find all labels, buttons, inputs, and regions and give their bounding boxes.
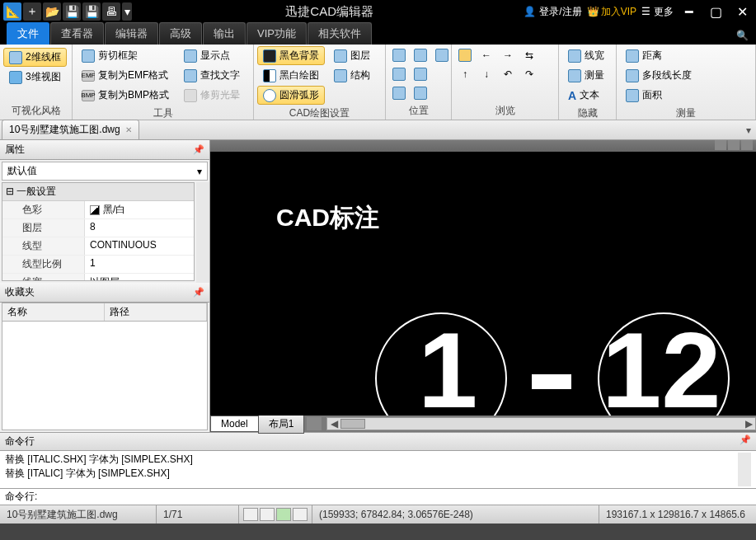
btn-3d-view[interactable]: 3维视图 xyxy=(3,68,67,87)
btn-lineweight[interactable]: 线宽 xyxy=(562,46,610,65)
btn-layers[interactable]: 图层 xyxy=(328,46,376,65)
tab-file[interactable]: 文件 xyxy=(7,22,49,45)
qat-dropdown-icon[interactable]: ▾ xyxy=(122,2,132,21)
pos-icon xyxy=(392,87,406,100)
properties-scrollbar[interactable] xyxy=(196,182,209,283)
saveas-icon[interactable]: 💾 xyxy=(82,2,101,21)
canvas-tab-model[interactable]: Model xyxy=(210,416,259,432)
canvas-number-12: 12 xyxy=(602,317,721,416)
mode-btn-2[interactable] xyxy=(260,508,275,521)
command-input[interactable] xyxy=(37,491,751,503)
quick-access-toolbar: 📐 ＋ 📂 💾 💾 🖶 ▾ xyxy=(0,2,135,21)
more-button[interactable]: ☰更多 xyxy=(641,5,674,19)
btn-smooth-arc[interactable]: 圆滑弧形 xyxy=(257,86,325,105)
canvas-max-icon[interactable] xyxy=(728,140,740,150)
nav-btn-6[interactable]: ↓ xyxy=(477,65,496,83)
btn-trim-halo[interactable]: 修剪光晕 xyxy=(178,86,246,105)
cmd-scrollbar[interactable] xyxy=(738,453,751,486)
btn-show-points[interactable]: 显示点 xyxy=(178,46,246,65)
prop-section-general[interactable]: ⊟ 一般设置 xyxy=(2,183,194,201)
canvas-h-scrollbar[interactable]: ◀▶ xyxy=(326,417,756,430)
properties-default-dropdown[interactable]: 默认值▾ xyxy=(2,162,208,181)
btn-copy-emf[interactable]: EMF复制为EMF格式 xyxy=(76,66,175,85)
bmp-icon: BMP xyxy=(82,90,95,101)
nav-btn-1[interactable] xyxy=(455,46,475,64)
property-row[interactable]: 线型CONTINUOUS xyxy=(2,237,194,256)
pos-icon xyxy=(414,49,427,62)
close-button[interactable]: ✕ xyxy=(731,2,753,21)
property-row[interactable]: 线宽以图层 xyxy=(2,274,194,281)
vip-button[interactable]: 👑加入VIP xyxy=(587,5,636,19)
pos-btn-3[interactable] xyxy=(432,46,452,64)
btn-bw-draw[interactable]: 黑白绘图 xyxy=(257,66,325,85)
canvas-annotation: CAD标注 xyxy=(276,201,379,235)
canvas-tab-layout1[interactable]: 布局1 xyxy=(258,415,305,434)
pos-btn-7[interactable] xyxy=(411,84,430,102)
favorites-list[interactable] xyxy=(2,321,208,430)
mode-btn-1[interactable] xyxy=(243,508,258,521)
tab-advanced[interactable]: 高级 xyxy=(159,22,202,45)
arc-icon xyxy=(263,89,276,102)
mode-btn-4[interactable] xyxy=(293,508,308,521)
btn-measure-h[interactable]: 测量 xyxy=(562,66,610,85)
nav-btn-7[interactable]: ↶ xyxy=(498,65,518,83)
save-icon[interactable]: 💾 xyxy=(63,2,81,21)
btn-2d-wireframe[interactable]: 2维线框 xyxy=(3,48,67,67)
 xyxy=(532,374,571,389)
pos-btn-1[interactable] xyxy=(389,46,409,64)
group-label-visual: 可视化风格 xyxy=(3,102,68,120)
nav-btn-5[interactable]: ↑ xyxy=(455,65,475,83)
minimize-button[interactable]: ━ xyxy=(679,2,700,21)
search-icon[interactable]: 🔍 xyxy=(736,30,751,45)
print-icon[interactable]: 🖶 xyxy=(102,2,120,21)
btn-clip-frame[interactable]: 剪切框架 xyxy=(76,46,175,65)
btn-distance[interactable]: 距离 xyxy=(620,46,697,65)
tab-viewer[interactable]: 查看器 xyxy=(50,22,104,45)
pin-icon[interactable]: 📌 xyxy=(193,287,204,298)
tab-related[interactable]: 相关软件 xyxy=(308,22,372,45)
nav-btn-2[interactable]: ← xyxy=(477,46,496,64)
pin-icon[interactable]: 📌 xyxy=(193,144,204,155)
clip-icon xyxy=(82,49,95,63)
new-icon[interactable]: ＋ xyxy=(23,2,41,21)
pos-btn-6[interactable] xyxy=(389,84,409,102)
btn-copy-bmp[interactable]: BMP复制为BMP格式 xyxy=(76,86,175,105)
doc-tab-close-icon[interactable]: ✕ xyxy=(125,125,132,134)
pin-icon[interactable]: 📌 xyxy=(740,434,751,448)
tab-output[interactable]: 输出 xyxy=(203,22,246,45)
btn-area[interactable]: 面积 xyxy=(620,86,697,105)
hand-icon xyxy=(458,49,472,62)
property-row[interactable]: 色彩黑/白 xyxy=(2,201,194,219)
tab-editor[interactable]: 编辑器 xyxy=(105,22,158,45)
command-log[interactable]: 替换 [ITALIC.SHX] 字体为 [SIMPLEX.SHX]替换 [ITA… xyxy=(0,451,756,489)
pos-btn-4[interactable] xyxy=(389,65,409,83)
btn-polyline-length[interactable]: 多段线长度 xyxy=(620,66,697,85)
mode-btn-3[interactable] xyxy=(276,508,291,521)
app-title: 迅捷CAD编辑器 xyxy=(135,4,524,20)
login-button[interactable]: 👤登录/注册 xyxy=(524,5,581,19)
canvas-min-icon[interactable] xyxy=(715,140,726,150)
pos-btn-5[interactable] xyxy=(411,65,430,83)
find-icon xyxy=(184,69,197,82)
btn-structure[interactable]: 结构 xyxy=(328,66,376,85)
doc-tabs-dropdown-icon[interactable]: ▾ xyxy=(741,124,756,136)
properties-table[interactable]: ⊟ 一般设置 色彩黑/白图层8线型CONTINUOUS线型比例1线宽以图层 xyxy=(2,182,195,281)
btn-black-bg[interactable]: 黑色背景 xyxy=(257,46,325,65)
btn-find-text[interactable]: 查找文字 xyxy=(178,66,246,85)
pos-btn-2[interactable] xyxy=(411,46,430,64)
open-icon[interactable]: 📂 xyxy=(43,2,61,21)
property-row[interactable]: 线型比例1 xyxy=(2,256,194,274)
property-row[interactable]: 图层8 xyxy=(2,219,194,237)
nav-btn-3[interactable]: → xyxy=(498,46,518,64)
canvas-close-icon[interactable] xyxy=(741,140,753,150)
wireframe-icon xyxy=(9,51,22,64)
nav-btn-8[interactable]: ↷ xyxy=(519,65,539,83)
tab-vip[interactable]: VIP功能 xyxy=(247,22,307,45)
btn-text-h[interactable]: A文本 xyxy=(562,86,610,105)
app-logo-icon[interactable]: 📐 xyxy=(3,2,21,21)
canvas-tab-dropdown-icon[interactable] xyxy=(307,417,322,430)
drawing-canvas[interactable]: CAD标注 1 12 xyxy=(210,152,756,416)
document-tab[interactable]: 10号别墅建筑施工图.dwg ✕ xyxy=(2,120,139,140)
nav-btn-4[interactable]: ⇆ xyxy=(519,46,539,64)
maximize-button[interactable]: ▢ xyxy=(705,2,726,21)
